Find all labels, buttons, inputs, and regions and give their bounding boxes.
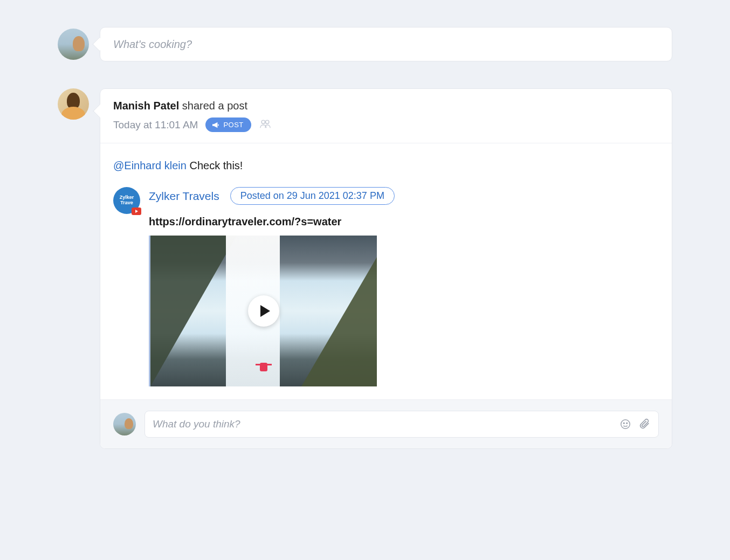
post-message: @Einhard klein Check this! (113, 160, 659, 172)
megaphone-icon (212, 122, 219, 128)
people-icon[interactable] (259, 118, 272, 132)
brand-name[interactable]: Zylker Travels (149, 190, 219, 203)
attachment-icon[interactable] (639, 418, 651, 430)
comment-input-wrap (144, 411, 659, 438)
user-mention[interactable]: @Einhard klein (113, 160, 187, 171)
video-thumbnail[interactable] (150, 236, 377, 386)
post-action-text: shared a post (182, 100, 247, 112)
post-header: Manish Patel shared a post Today at 11:0… (100, 89, 672, 143)
shared-link-url[interactable]: https://ordinarytraveler.com/?s=water (149, 216, 659, 228)
post-meta-line: Today at 11:01 AM POST (113, 117, 659, 132)
youtube-badge-icon (132, 208, 141, 215)
comment-input[interactable] (153, 418, 619, 430)
post-title-line: Manish Patel shared a post (113, 100, 659, 112)
brand-avatar[interactable]: Zylker Trave (113, 187, 140, 214)
shared-content: Zylker Travels Posted on 29 Jun 2021 02:… (149, 187, 659, 386)
composer-input[interactable] (100, 27, 672, 61)
svg-point-1 (265, 120, 268, 123)
post-message-text: Check this! (190, 160, 243, 171)
brand-logo-text: Zylker Trave (120, 195, 134, 206)
play-button-icon[interactable] (248, 295, 279, 327)
emoji-icon[interactable] (619, 418, 631, 430)
shared-block: Zylker Trave Zylker Travels Posted on 29… (113, 187, 659, 386)
composer-row (58, 27, 672, 61)
avatar-self[interactable] (58, 29, 89, 60)
comment-actions (619, 418, 651, 430)
svg-point-2 (621, 420, 630, 429)
post-row: Manish Patel shared a post Today at 11:0… (58, 88, 672, 449)
avatar-self-small[interactable] (113, 413, 136, 435)
comment-footer (100, 399, 672, 448)
svg-point-4 (626, 423, 628, 424)
svg-point-3 (623, 423, 624, 424)
svg-point-0 (261, 120, 265, 123)
shared-header: Zylker Travels Posted on 29 Jun 2021 02:… (149, 187, 659, 205)
post-card: Manish Patel shared a post Today at 11:0… (100, 88, 672, 449)
posted-on-pill: Posted on 29 Jun 2021 02:37 PM (230, 187, 395, 205)
post-type-badge[interactable]: POST (205, 117, 251, 132)
post-badge-label: POST (223, 121, 243, 129)
author-name[interactable]: Manish Patel (113, 100, 179, 112)
avatar-author[interactable] (58, 88, 89, 120)
post-timestamp: Today at 11:01 AM (113, 119, 198, 131)
composer-input-wrap (100, 27, 672, 61)
post-body: @Einhard klein Check this! Zylker Trave … (100, 143, 672, 399)
thumbnail-wrap (149, 236, 659, 386)
person-graphic (260, 363, 267, 371)
